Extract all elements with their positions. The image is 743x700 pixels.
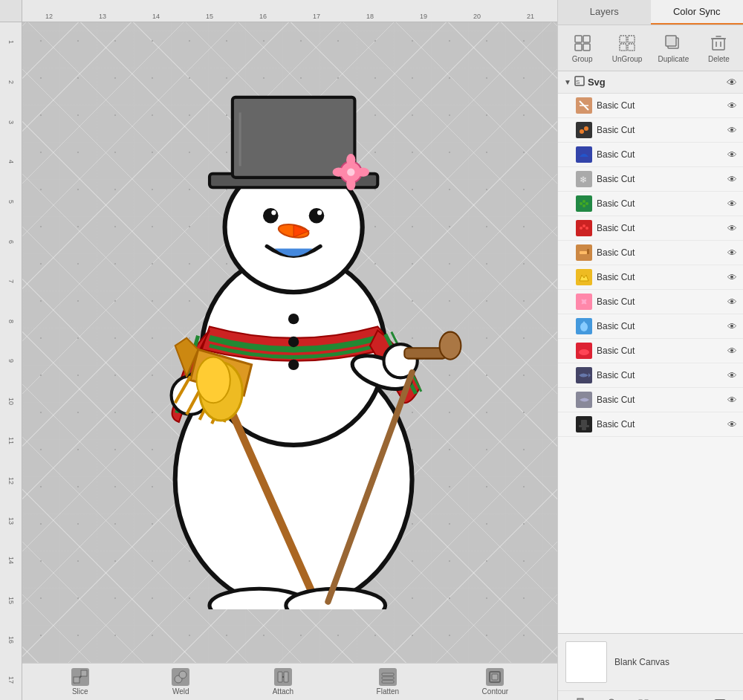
layer-icon-9 — [576, 294, 592, 310]
slice-icon — [71, 668, 89, 686]
layer-group-header[interactable]: ▼ S Svg 👁 — [558, 71, 743, 94]
svg-rect-54 — [382, 681, 394, 683]
group-icon — [572, 33, 593, 54]
layer-eye-3[interactable]: 👁 — [727, 149, 737, 161]
duplicate-button[interactable]: Duplicate — [654, 30, 694, 66]
layer-item[interactable]: Basic Cut 👁 — [558, 363, 743, 388]
tab-color-sync[interactable]: Color Sync — [651, 0, 744, 25]
svg-point-42 — [286, 589, 386, 609]
layer-item[interactable]: Basic Cut 👁 — [558, 339, 743, 363]
layer-label-11: Basic Cut — [597, 346, 723, 356]
layer-item[interactable]: Basic Cut 👁 — [558, 192, 743, 216]
layer-eye-5[interactable]: 👁 — [727, 198, 737, 210]
ruler-left-tick: 1 — [7, 22, 15, 62]
ruler-left-tick: 2 — [7, 62, 15, 103]
layer-eye-14[interactable]: 👁 — [727, 419, 737, 430]
layers-list[interactable]: Basic Cut 👁 Basic Cut 👁 Basic Cut 👁 — [558, 94, 743, 633]
svg-text:❄: ❄ — [580, 175, 587, 185]
slice-button[interactable]: Slice — [65, 665, 95, 699]
rpbt-weld-button[interactable]: Weld — [597, 694, 622, 700]
layer-eye-2[interactable]: 👁 — [727, 125, 737, 136]
ruler-left-tick: 13 — [7, 501, 15, 541]
ruler-left: 1 2 3 4 5 6 7 8 9 10 11 12 13 14 15 16 1… — [0, 22, 22, 700]
layer-label-6: Basic Cut — [597, 223, 723, 233]
layer-eye-12[interactable]: 👁 — [727, 370, 737, 381]
contour-icon — [486, 668, 504, 686]
layer-icon-12 — [576, 367, 592, 383]
blank-canvas-label: Blank Canvas — [614, 657, 669, 667]
layer-label-10: Basic Cut — [597, 321, 723, 331]
svg-point-80 — [583, 200, 585, 203]
ruler-left-tick: 5 — [7, 182, 15, 222]
canvas-bottom-toolbar: Slice Weld Attach — [22, 663, 557, 700]
rpbt-flatten-button[interactable]: Flatten — [666, 694, 696, 700]
layer-label-12: Basic Cut — [597, 370, 723, 380]
canvas-with-ruler: 1 2 3 4 5 6 7 8 9 10 11 12 13 14 15 16 1… — [0, 22, 557, 700]
canvas-area: 12 13 14 15 16 17 18 19 20 21 1 2 3 4 5 … — [0, 0, 557, 700]
layer-item[interactable]: ❄ Basic Cut 👁 — [558, 167, 743, 192]
group-visibility-icon[interactable]: 👁 — [727, 77, 737, 88]
layer-item[interactable]: Basic Cut 👁 — [558, 388, 743, 412]
right-panel: Layers Color Sync Group UnGroup — [557, 0, 743, 700]
svg-point-7 — [347, 169, 354, 176]
svg-text:S: S — [576, 79, 580, 85]
canvas-main[interactable]: Slice Weld Attach — [22, 22, 557, 700]
rpbt-contour-icon — [711, 696, 729, 700]
contour-label: Contour — [482, 687, 509, 696]
layer-eye-1[interactable]: 👁 — [727, 100, 737, 111]
svg-rect-58 — [583, 36, 590, 42]
rpbt-slice-button[interactable]: Slice — [564, 694, 589, 700]
layer-eye-8[interactable]: 👁 — [727, 272, 737, 283]
ruler-tick-16: 16 — [236, 13, 290, 20]
layer-eye-6[interactable]: 👁 — [727, 223, 737, 234]
group-button[interactable]: Group — [564, 30, 601, 66]
layer-label-1: Basic Cut — [597, 100, 723, 111]
layer-item[interactable]: Basic Cut 👁 — [558, 314, 743, 339]
delete-button[interactable]: Delete — [700, 30, 737, 66]
flatten-button[interactable]: Flatten — [371, 665, 406, 699]
duplicate-icon — [663, 33, 684, 54]
expand-arrow: ▼ — [564, 78, 571, 86]
ruler-left-tick: 3 — [7, 102, 15, 142]
ruler-tick-21: 21 — [504, 13, 557, 20]
layer-item[interactable]: Basic Cut 👁 — [558, 412, 743, 437]
layer-eye-4[interactable]: 👁 — [727, 174, 737, 185]
layer-eye-9[interactable]: 👁 — [727, 296, 737, 308]
ruler-corner — [0, 0, 22, 22]
layer-item[interactable]: Basic Cut 👁 — [558, 241, 743, 265]
svg-rect-99 — [579, 425, 589, 427]
layer-label-9: Basic Cut — [597, 296, 723, 307]
layer-eye-7[interactable]: 👁 — [727, 247, 737, 259]
layer-item[interactable]: Basic Cut 👁 — [558, 265, 743, 290]
layer-item[interactable]: Basic Cut 👁 — [558, 216, 743, 241]
duplicate-label: Duplicate — [658, 55, 690, 63]
group-label: Group — [572, 55, 593, 63]
layer-item[interactable]: Basic Cut 👁 — [558, 290, 743, 314]
attach-label: Attach — [273, 687, 293, 696]
layer-icon-2 — [576, 122, 592, 138]
svg-point-14 — [271, 210, 276, 215]
tab-layers[interactable]: Layers — [558, 0, 651, 25]
snowman-container[interactable] — [82, 59, 498, 624]
rpbt-attach-button[interactable]: Attach — [629, 694, 658, 700]
svg-point-12 — [263, 208, 279, 224]
layer-item[interactable]: Basic Cut 👁 — [558, 94, 743, 118]
attach-button[interactable]: Attach — [267, 665, 299, 699]
contour-button[interactable]: Contour — [476, 665, 515, 699]
layer-item[interactable]: Basic Cut 👁 — [558, 143, 743, 167]
svg-point-10 — [333, 167, 345, 176]
layer-label-5: Basic Cut — [597, 198, 723, 209]
layer-eye-13[interactable]: 👁 — [727, 395, 737, 406]
flatten-icon — [379, 668, 397, 686]
ungroup-button[interactable]: UnGroup — [608, 30, 647, 66]
weld-button[interactable]: Weld — [166, 665, 195, 699]
svg-rect-59 — [575, 44, 582, 51]
svg-point-96 — [579, 349, 589, 355]
rpbt-contour-button[interactable]: Contour — [703, 694, 737, 700]
svg-rect-63 — [620, 44, 626, 51]
svg-point-48 — [179, 671, 186, 678]
layer-eye-11[interactable]: 👁 — [727, 346, 737, 357]
layer-item[interactable]: Basic Cut 👁 — [558, 118, 743, 143]
layer-eye-10[interactable]: 👁 — [727, 321, 737, 332]
ruler-left-tick: 7 — [7, 262, 15, 302]
